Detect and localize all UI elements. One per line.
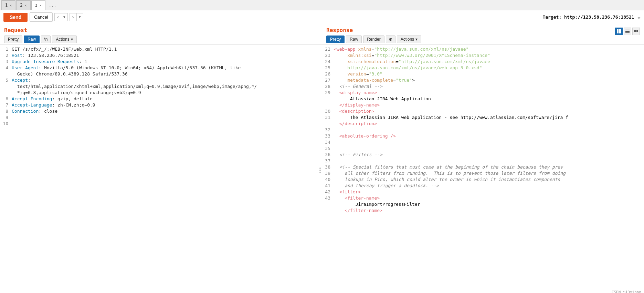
- response-line-43b: JiraImportProgressFilter: [322, 201, 644, 208]
- rline-content-23: xmlns:xsi="http://www.w3.org/2001/XMLSch…: [334, 52, 643, 59]
- rline-num-36: 36: [324, 152, 334, 158]
- line-content-1: GET /s/cfx/_/;/WEB-INF/web.xml HTTP/1.1: [12, 46, 320, 52]
- request-line-1: 1 GET /s/cfx/_/;/WEB-INF/web.xml HTTP/1.…: [0, 46, 322, 52]
- nav-forward-group: > ▾: [70, 13, 83, 21]
- response-actions-label: Actions: [401, 37, 414, 42]
- svg-rect-0: [617, 29, 619, 33]
- line-content-3: Upgrade-Insecure-Requests: 1: [12, 59, 320, 65]
- drag-handle[interactable]: [319, 163, 321, 177]
- toolbar: Send Cancel < ▾ > ▾ Target: http://123.5…: [0, 10, 644, 24]
- rline-num-42: 42: [324, 189, 334, 195]
- svg-rect-5: [634, 30, 636, 32]
- view-toggle-single[interactable]: [624, 28, 631, 35]
- rline-content-24: xsi:schemaLocation="http://java.sun.com/…: [334, 59, 643, 65]
- request-line-5: 5 Accept: text/html,application/xhtml+xm…: [0, 77, 322, 96]
- nav-back-group: < ▾: [55, 13, 68, 21]
- response-line-22: 22 <web-app xmlns="http://java.sun.com/x…: [322, 46, 644, 52]
- rline-content-31a: The Atlassian JIRA web application - see…: [334, 114, 643, 121]
- request-tab-newline[interactable]: \n: [41, 36, 51, 43]
- nav-back-dropdown-button[interactable]: ▾: [61, 13, 68, 21]
- response-tab-render[interactable]: Render: [363, 36, 384, 43]
- rline-num-40: 40: [324, 176, 334, 183]
- request-line-2: 2 Host: 123.58.236.76:18521: [0, 52, 322, 59]
- tab-3-close[interactable]: ✕: [40, 3, 42, 7]
- toolbar-left: Send Cancel < ▾ > ▾: [3, 12, 83, 22]
- rline-content-36: <!-- Filters -->: [334, 152, 643, 158]
- response-line-43a: 43 <filter-name>: [322, 195, 644, 201]
- response-line-38: 38 <!-- Special filters that must come a…: [322, 164, 644, 170]
- request-panel-header: Request Pretty Raw \n Actions ▾: [0, 24, 322, 45]
- svg-rect-1: [619, 29, 621, 33]
- response-panel: Response: [322, 24, 644, 293]
- rline-content-43b: JiraImportProgressFilter: [334, 201, 643, 208]
- response-line-43c: </filter-name>: [322, 208, 644, 214]
- request-panel: Request Pretty Raw \n Actions ▾ 1 GET /s…: [0, 24, 322, 293]
- request-title: Request: [4, 27, 318, 33]
- response-line-41: 41 and thereby trigger a deadlock. -->: [322, 183, 644, 189]
- nav-back-button[interactable]: <: [54, 13, 61, 21]
- tab-more[interactable]: ...: [46, 3, 59, 8]
- view-toggle-split[interactable]: [615, 28, 623, 35]
- response-line-39: 39 all other filters from running. This …: [322, 170, 644, 176]
- rline-num-27: 27: [324, 77, 334, 83]
- cancel-button[interactable]: Cancel: [30, 12, 52, 22]
- single-view-icon: [625, 29, 630, 34]
- response-actions-button[interactable]: Actions ▾: [397, 36, 421, 43]
- line-num-3: 3: [1, 59, 12, 65]
- request-line-7: 7 Accept-Language: zh-CN,zh;q=0.9: [0, 102, 322, 108]
- rline-content-29b: Atlassian JIRA Web Application: [334, 96, 643, 102]
- response-line-29a: 29 <display-name>: [322, 90, 644, 96]
- line-num-9: 9: [1, 114, 12, 121]
- line-content-2: Host: 123.58.236.76:18521: [12, 52, 320, 59]
- response-tab-newline[interactable]: \n: [386, 36, 395, 43]
- drag-dot-2: [319, 170, 321, 171]
- request-actions-label: Actions: [56, 37, 69, 42]
- line-num-5: 5: [1, 77, 12, 83]
- line-content-6: Accept-Encoding: gzip, deflate: [12, 96, 320, 102]
- send-button[interactable]: Send: [3, 13, 28, 22]
- nav-forward-dropdown-button[interactable]: ▾: [76, 13, 83, 21]
- response-line-23: 23 xmlns:xsi="http://www.w3.org/2001/XML…: [322, 52, 644, 59]
- line-num-4: 4: [1, 65, 12, 71]
- response-tab-pretty[interactable]: Pretty: [326, 36, 345, 43]
- request-tab-raw[interactable]: Raw: [24, 36, 40, 43]
- view-toggles: [615, 28, 640, 35]
- tab-1-close[interactable]: ✕: [10, 3, 12, 7]
- rline-content-42: <filter>: [334, 189, 643, 195]
- rline-content-39: all other filters from running. This is …: [334, 170, 643, 176]
- nav-forward-button[interactable]: >: [70, 13, 76, 21]
- response-line-27: 27 metadata-complete="true">: [322, 77, 644, 83]
- response-tab-raw[interactable]: Raw: [346, 36, 362, 43]
- request-line-4: 4 User-Agent: Mozilla/5.0 (Windows NT 10…: [0, 65, 322, 77]
- rline-content-26: version="3.0": [334, 71, 643, 77]
- tab-3[interactable]: 3 ✕: [31, 0, 45, 10]
- rline-content-40: lookups in Pico, which could alter the o…: [334, 176, 643, 183]
- line-content-8: Connection: close: [12, 108, 320, 114]
- request-actions-dropdown-icon: ▾: [71, 37, 73, 42]
- request-code-area[interactable]: 1 GET /s/cfx/_/;/WEB-INF/web.xml HTTP/1.…: [0, 45, 322, 293]
- request-tab-pretty[interactable]: Pretty: [4, 36, 22, 43]
- rline-num-30: 30: [324, 108, 334, 114]
- rline-num-25: 25: [324, 65, 334, 71]
- line-content-4: User-Agent: Mozilla/5.0 (Windows NT 10.0…: [12, 65, 320, 77]
- request-actions-button[interactable]: Actions ▾: [52, 36, 76, 43]
- response-line-26: 26 version="3.0": [322, 71, 644, 77]
- rline-num-33: 33: [324, 133, 334, 139]
- rline-content-25: http://java.sun.com/xml/ns/javaee/web-ap…: [334, 65, 643, 71]
- tab-2-close[interactable]: ✕: [25, 3, 27, 7]
- tab-1[interactable]: 1 ✕: [1, 0, 15, 10]
- tab-2[interactable]: 2 ✕: [16, 0, 30, 10]
- tab-3-label: 3: [35, 3, 38, 8]
- rline-num-38: 38: [324, 164, 334, 170]
- response-line-33: 33 <absolute-ordering />: [322, 133, 644, 139]
- rline-num-22: 22: [324, 46, 334, 52]
- rline-num-43a: 43: [324, 195, 334, 201]
- response-code-area[interactable]: 22 <web-app xmlns="http://java.sun.com/x…: [322, 45, 644, 293]
- split-view-icon: [616, 29, 621, 34]
- rline-num-32: 32: [324, 127, 334, 133]
- view-toggle-mini[interactable]: [632, 28, 640, 35]
- edit-target-icon[interactable]: ✏: [638, 14, 641, 20]
- response-line-34: 34: [322, 139, 644, 145]
- rline-num-41: 41: [324, 183, 334, 189]
- rline-content-22: <web-app xmlns="http://java.sun.com/xml/…: [334, 46, 643, 52]
